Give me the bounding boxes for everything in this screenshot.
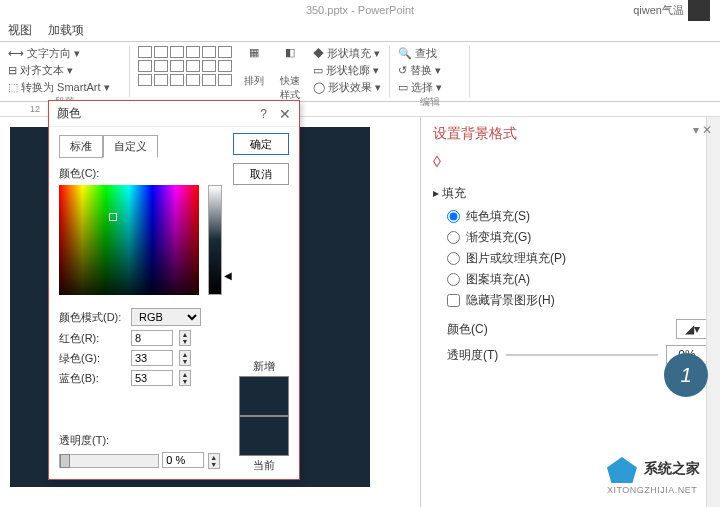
align-text-button[interactable]: ⊟ 对齐文本 ▾	[8, 63, 121, 78]
username: qiwen气温	[633, 3, 684, 18]
color-field[interactable]	[59, 185, 199, 295]
dlg-transparency-value[interactable]	[162, 452, 204, 468]
luminance-bar[interactable]	[208, 185, 222, 295]
menu-addins[interactable]: 加载项	[48, 22, 84, 39]
shape-fill-button[interactable]: ◆ 形状填充 ▾	[313, 46, 381, 61]
color-dialog: 颜色 ? ✕ 标准 自定义 确定 取消 颜色(C): ◀ 颜色模式(D): RG…	[48, 100, 300, 480]
new-color-swatch	[239, 376, 289, 416]
new-color-label: 新增	[239, 359, 289, 374]
green-spinner[interactable]: ▲▼	[179, 350, 191, 366]
shape-effects-button[interactable]: ◯ 形状效果 ▾	[313, 80, 381, 95]
color-crosshair[interactable]	[109, 213, 117, 221]
dialog-help-button[interactable]: ?	[260, 107, 267, 121]
replace-button[interactable]: ↺ 替换 ▾	[398, 63, 461, 78]
text-direction-button[interactable]: ⟷ 文字方向 ▾	[8, 46, 121, 61]
menu-view[interactable]: 视图	[8, 22, 32, 39]
transparency-slider[interactable]	[506, 354, 658, 356]
arrange-icon[interactable]: ▦	[240, 46, 268, 74]
pattern-fill-radio[interactable]: 图案填充(A)	[447, 271, 708, 288]
watermark: 系统之家 XITONGZHIJIA.NET	[607, 457, 700, 495]
panel-scrollbar[interactable]	[706, 117, 720, 507]
quick-styles-icon[interactable]: ◧	[276, 46, 304, 74]
select-button[interactable]: ▭ 选择 ▾	[398, 80, 461, 95]
watermark-logo-icon	[607, 457, 637, 483]
arrange-label: 排列	[240, 74, 268, 88]
blue-spinner[interactable]: ▲▼	[179, 370, 191, 386]
annotation-badge-1: 1	[664, 353, 708, 397]
blue-input[interactable]	[131, 370, 173, 386]
dlg-trans-spinner[interactable]: ▲▼	[208, 453, 220, 469]
dlg-transparency-label: 透明度(T):	[59, 433, 289, 448]
dialog-title: 颜色	[57, 105, 81, 122]
cancel-button[interactable]: 取消	[233, 163, 289, 185]
gradient-fill-radio[interactable]: 渐变填充(G)	[447, 229, 708, 246]
shape-outline-button[interactable]: ▭ 形状轮廓 ▾	[313, 63, 381, 78]
dlg-transparency-slider[interactable]	[59, 454, 159, 468]
color-picker-button[interactable]: ◢▾	[676, 319, 708, 339]
dialog-close-button[interactable]: ✕	[279, 106, 291, 122]
convert-smartart-button[interactable]: ⬚ 转换为 SmartArt ▾	[8, 80, 121, 95]
tab-standard[interactable]: 标准	[59, 135, 103, 158]
color-label: 颜色(C)	[447, 321, 488, 338]
quick-styles-label: 快速样式	[276, 74, 305, 102]
green-input[interactable]	[131, 350, 173, 366]
window-title: 350.pptx - PowerPoint	[306, 4, 414, 16]
tab-custom[interactable]: 自定义	[103, 135, 158, 158]
color-model-select[interactable]: RGB	[131, 308, 201, 326]
fill-section-header[interactable]: ▸ 填充	[433, 185, 708, 202]
red-spinner[interactable]: ▲▼	[179, 330, 191, 346]
hide-bg-checkbox[interactable]: 隐藏背景图形(H)	[447, 292, 708, 309]
red-input[interactable]	[131, 330, 173, 346]
editing-group-label: 编辑	[398, 95, 461, 109]
luminance-arrow[interactable]: ◀	[224, 270, 232, 281]
panel-close-button[interactable]: ▾ ✕	[693, 123, 712, 137]
shapes-gallery[interactable]	[138, 46, 232, 86]
transparency-label: 透明度(T)	[447, 347, 498, 364]
find-button[interactable]: 🔍 查找	[398, 46, 461, 61]
blue-label: 蓝色(B):	[59, 371, 125, 386]
solid-fill-radio[interactable]: 纯色填充(S)	[447, 208, 708, 225]
red-label: 红色(R):	[59, 331, 125, 346]
user-avatar[interactable]	[688, 0, 710, 21]
picture-fill-radio[interactable]: 图片或纹理填充(P)	[447, 250, 708, 267]
green-label: 绿色(G):	[59, 351, 125, 366]
color-model-label: 颜色模式(D):	[59, 310, 125, 325]
fill-icon[interactable]: ◊	[433, 153, 441, 171]
ok-button[interactable]: 确定	[233, 133, 289, 155]
format-panel-title: 设置背景格式	[433, 125, 708, 143]
